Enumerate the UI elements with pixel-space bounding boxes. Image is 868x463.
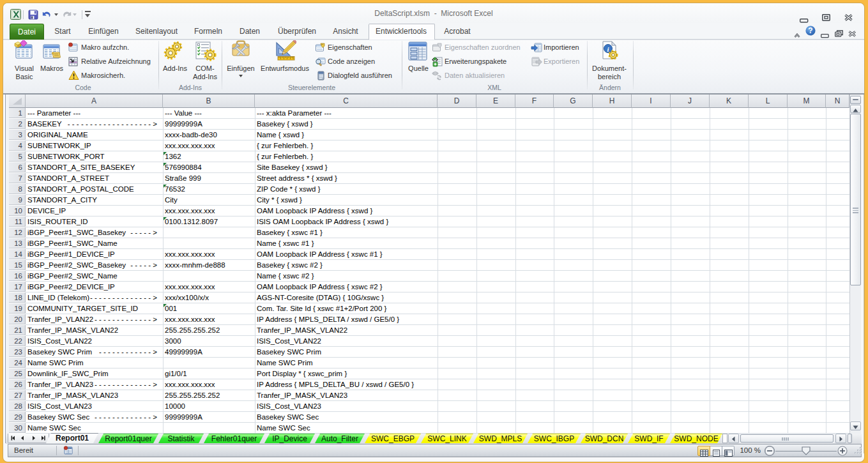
svg-text:?: ? <box>808 26 812 35</box>
